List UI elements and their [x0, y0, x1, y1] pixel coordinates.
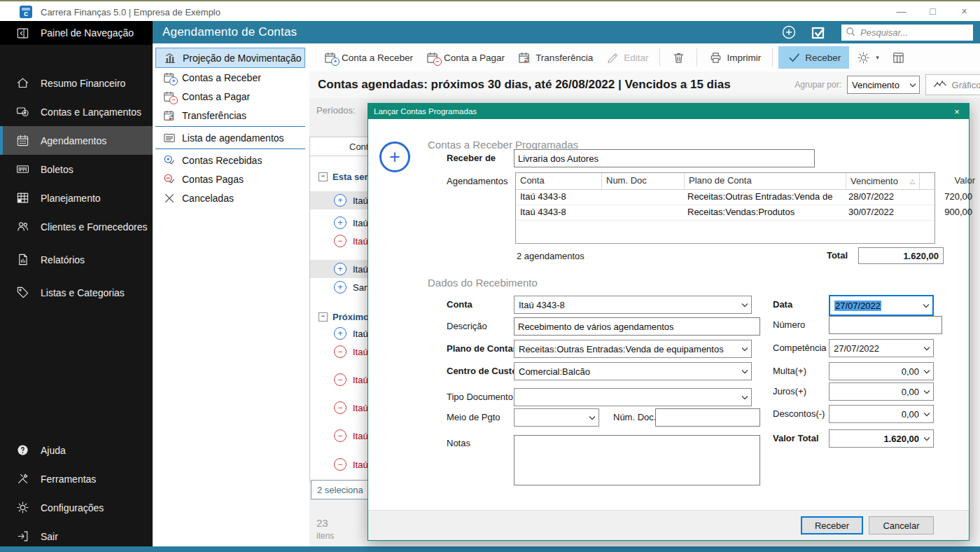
- valor-total-input[interactable]: 1.620,00: [829, 429, 934, 446]
- sidebar-item-label: Listas e Categorias: [41, 287, 125, 298]
- subnav-item-contas-a-receber[interactable]: + Contas a Receber: [155, 68, 305, 87]
- num-doc-input[interactable]: [655, 408, 760, 427]
- sidebar-item-label: Configurações: [41, 502, 104, 513]
- search-input[interactable]: [859, 27, 969, 39]
- sidebar-toggle[interactable]: Painel de Navegação: [0, 21, 153, 45]
- barcode-icon: [15, 163, 29, 177]
- conta-a-pagar-button[interactable]: − Conta a Pagar: [420, 47, 510, 68]
- sidebar-item-label: Ferramentas: [41, 474, 96, 485]
- sidebar-item-ajuda[interactable]: Ajuda: [0, 436, 153, 464]
- receber-de-input[interactable]: [514, 149, 815, 167]
- subnav-item-projecao[interactable]: Projeção de Movimentação: [155, 48, 305, 68]
- cancelar-button[interactable]: Cancelar: [869, 516, 934, 534]
- conta-select[interactable]: Itaú 4343-8: [514, 296, 752, 312]
- subnav-item-contas-recebidas[interactable]: Contas Recebidas: [155, 151, 305, 170]
- grafico-button[interactable]: Gráfico: [925, 74, 980, 95]
- sidebar-item-contas-lancamentos[interactable]: Contas e Lançamentos: [0, 97, 153, 126]
- page-title: Agendamento de Contas: [162, 25, 297, 39]
- subnav-item-lista-agendamentos[interactable]: Lista de agendamentos: [155, 128, 305, 147]
- sidebar-item-planejamento[interactable]: Planejamento: [0, 184, 153, 212]
- column-header-plano[interactable]: Plano de Conta: [685, 173, 846, 189]
- data-label: Data: [773, 299, 792, 310]
- sidebar-item-agendamentos[interactable]: Agendamentos: [0, 126, 153, 155]
- subnav-item-contas-a-pagar[interactable]: − Contas a Pagar: [155, 87, 305, 106]
- chevron-down-icon: [909, 83, 916, 88]
- multa-input[interactable]: 0,00: [829, 362, 934, 379]
- conta-a-receber-button[interactable]: + Conta a Receber: [318, 47, 419, 68]
- section-title-dados: Dados do Recebimento: [428, 277, 538, 289]
- transferencia-button[interactable]: Transferência: [512, 47, 598, 68]
- minimize-icon[interactable]: —: [886, 1, 917, 21]
- descricao-input[interactable]: [514, 317, 760, 336]
- data-select[interactable]: 27/07/2022: [829, 295, 934, 312]
- chevron-down-icon: [923, 389, 930, 394]
- calendar-minus-icon: −: [162, 90, 176, 103]
- subnav-item-label: Transferências: [182, 110, 246, 121]
- plus-circle-icon: +: [334, 327, 346, 340]
- plus-circle-icon: +: [334, 194, 346, 207]
- sidebar-item-listas-categorias[interactable]: Listas e Categorias: [0, 278, 153, 307]
- editar-button[interactable]: Editar: [600, 47, 654, 68]
- sort-asc-icon: △: [910, 178, 915, 185]
- chart-bars-icon: [163, 51, 176, 64]
- sidebar-item-resumo-financeiro[interactable]: Resumo Financeiro: [0, 69, 153, 97]
- sidebar-item-boletos[interactable]: Boletos: [0, 155, 153, 184]
- receber-confirm-button[interactable]: Receber: [801, 516, 863, 534]
- subnav-item-label: Contas a Receber: [182, 72, 261, 83]
- sidebar-item-label: Relatórios: [41, 254, 85, 265]
- table-header: Conta Num. Doc Plano de Conta Vencimento…: [516, 173, 934, 190]
- sidebar-item-clientes-fornecedores[interactable]: Clientes e Fornecedores: [0, 212, 153, 241]
- close-icon[interactable]: ×: [948, 1, 980, 21]
- descontos-input[interactable]: 0,00: [829, 405, 934, 422]
- centro-de-custos-label: Centro de Custos: [447, 366, 522, 376]
- toolbar-settings-button[interactable]: ▾: [850, 47, 885, 68]
- juros-input[interactable]: 0,00: [829, 382, 934, 399]
- numero-input[interactable]: [829, 316, 942, 334]
- gear-icon: [15, 501, 29, 515]
- chevron-down-icon: ▾: [876, 54, 879, 61]
- centro-de-custos-select[interactable]: Comercial:Balcão: [514, 362, 752, 379]
- dialog-titlebar[interactable]: Lançar Contas Programadas ×: [368, 104, 969, 119]
- tipo-documento-select[interactable]: [514, 388, 752, 405]
- subnav-item-transferencias[interactable]: Transferências: [155, 106, 305, 125]
- delete-button[interactable]: [666, 47, 691, 68]
- sidebar-item-ferramentas[interactable]: Ferramentas: [0, 464, 153, 493]
- imprimir-button[interactable]: Imprimir: [703, 47, 766, 68]
- sidebar-item-label: Agendamentos: [41, 135, 106, 146]
- multa-label: Multa(+): [773, 366, 806, 376]
- titlebar: c Carrera Finanças 5.0 | Empresa de Exem…: [0, 0, 980, 22]
- column-header-num-doc[interactable]: Num. Doc: [602, 173, 685, 189]
- competencia-select[interactable]: 27/07/2022: [829, 339, 934, 356]
- collapse-icon[interactable]: −: [318, 312, 328, 322]
- sidebar-item-relatorios[interactable]: Relatórios: [0, 245, 153, 274]
- toolbar-separator: [772, 48, 773, 67]
- columns-button[interactable]: [886, 47, 911, 68]
- add-circle-icon[interactable]: [781, 25, 797, 40]
- column-header-vencimento[interactable]: Vencimento △: [846, 173, 920, 189]
- collapse-icon[interactable]: −: [318, 172, 328, 181]
- column-header-valor[interactable]: Valor: [920, 173, 979, 189]
- selection-status-label: 2 seleciona: [317, 485, 363, 495]
- subnav-item-canceladas[interactable]: Canceladas: [155, 188, 305, 207]
- column-header-conta[interactable]: Conta: [516, 173, 602, 189]
- receber-button[interactable]: Receber: [778, 46, 849, 69]
- plano-de-contas-select[interactable]: Receitas:Outras Entradas:Venda de equipa…: [514, 340, 752, 357]
- notas-textarea[interactable]: [514, 435, 760, 485]
- sidebar-item-configuracoes[interactable]: Configurações: [0, 493, 153, 522]
- table-row[interactable]: Itaú 4343-8 Receitas:Vendas:Produtos 30/…: [516, 205, 934, 221]
- table-row[interactable]: Itaú 4343-8 Receitas:Outras Entradas:Ven…: [516, 190, 934, 205]
- report-icon: [15, 253, 29, 267]
- meio-de-pgto-select[interactable]: [514, 408, 599, 425]
- checkbox-icon[interactable]: [811, 24, 827, 41]
- agrupar-select[interactable]: Vencimento: [847, 76, 920, 94]
- items-count: 23: [316, 517, 328, 529]
- help-icon: [15, 443, 29, 457]
- chevron-down-icon: [741, 369, 748, 374]
- maximize-icon[interactable]: □: [917, 1, 948, 21]
- agrupar-value: Vencimento: [852, 80, 899, 90]
- subnav-item-contas-pagas[interactable]: Contas Pagas: [155, 170, 305, 188]
- dialog-close-icon[interactable]: ×: [951, 106, 963, 117]
- app-logo-icon: c: [20, 6, 32, 18]
- lancar-contas-dialog: Lançar Contas Programadas × + Contas a R…: [368, 103, 969, 541]
- grafico-label: Gráfico: [952, 80, 980, 90]
